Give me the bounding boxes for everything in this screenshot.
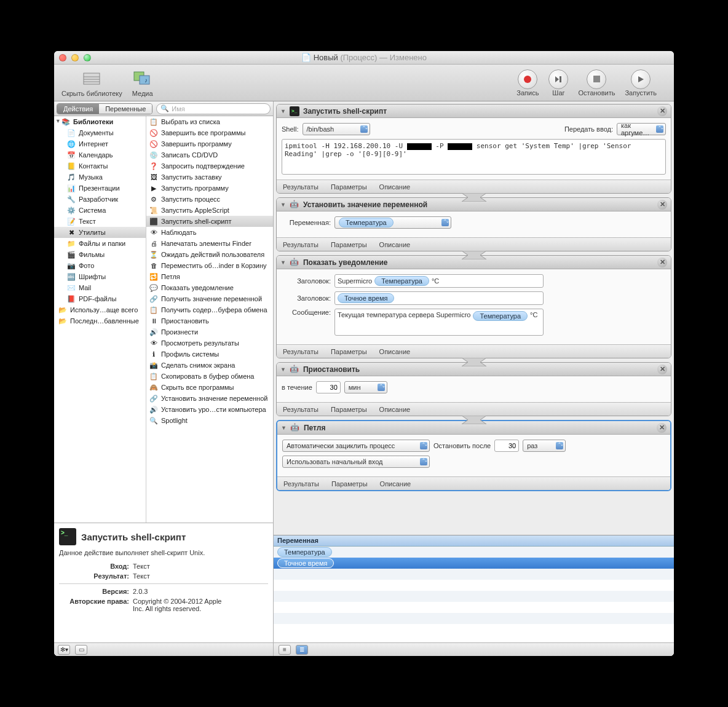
library-item[interactable]: 🔤Шрифты [54,271,146,282]
action-list-item[interactable]: 🔍Spotlight [146,415,273,426]
pause-value-input[interactable] [316,381,341,393]
panels-toggle-button[interactable]: ▭ [75,645,87,655]
disclosure-icon[interactable]: ▼ [280,366,286,373]
footer-results[interactable]: Результаты [283,480,319,488]
action-list-item[interactable]: 🔗Установить значение переменной [146,393,273,404]
action-set-variable[interactable]: ▼ 🤖 Установить значение переменной ✕ Пер… [276,197,671,251]
footer-desc[interactable]: Описание [379,348,411,355]
library-item[interactable]: 📷Фото [54,260,146,271]
library-item[interactable]: 📄Документы [54,127,146,138]
footer-results[interactable]: Результаты [283,241,318,248]
action-list-item[interactable]: 📸Сделать снимок экрана [146,360,273,371]
library-item[interactable]: 📕PDF-файлы [54,293,146,304]
action-list-item[interactable]: 🖨Напечатать элементы Finder [146,238,273,249]
footer-params[interactable]: Параметры [331,348,367,355]
library-item[interactable]: 🎵Музыка [54,172,146,183]
script-textarea[interactable]: ipmitool -H 192.168.200.10 -U -P sensor … [282,139,666,175]
library-item[interactable]: 📒Контакты [54,160,146,172]
action-list-item[interactable]: 👁Просмотреть результаты [146,338,273,349]
action-list-item[interactable]: 💿Записать CD/DVD [146,149,273,160]
action-list-item[interactable]: 🚫Завершить все программы [146,127,273,138]
footer-results[interactable]: Результаты [283,348,318,355]
disclosure-icon[interactable]: ▼ [280,202,286,208]
gear-menu-button[interactable]: ✻▾ [58,645,70,655]
disclosure-icon[interactable]: ▼ [281,425,287,431]
action-list-item[interactable]: ℹПрофиль системы [146,349,273,360]
library-item[interactable]: ✖Утилиты [54,227,146,238]
action-list-item[interactable]: 🙈Скрыть все программы [146,382,273,393]
footer-params[interactable]: Параметры [331,183,367,191]
action-list-item[interactable]: 📋Скопировать в буфер обмена [146,371,273,382]
library-header[interactable]: 📚 Библиотеки [54,116,146,127]
library-item[interactable]: 📊Презентации [54,183,146,194]
action-loop[interactable]: ▼ 🤖 Петля ✕ Автоматически зациклить проц… [276,420,671,491]
action-list-item[interactable]: ⚙Запустить процесс [146,194,273,205]
shell-select[interactable]: /bin/bash [303,123,370,135]
record-button[interactable]: Запись [516,69,539,97]
library-item[interactable]: 🌐Интернет [54,138,146,149]
workflow-canvas[interactable]: ▼ >_ Запустить shell-скрипт ✕ Shell: /bi… [274,101,674,535]
tab-variables[interactable]: Переменные [99,104,152,114]
disclosure-icon[interactable]: ▼ [280,259,286,266]
action-list-item[interactable]: 🖼Запустить заставку [146,172,273,183]
action-list-item[interactable]: 📋Выбрать из списка [146,116,273,127]
footer-desc[interactable]: Описание [379,241,411,248]
stop-unit-select[interactable]: раз [523,440,566,452]
library-item[interactable]: 🎬Фильмы [54,249,146,260]
loop-input-select[interactable]: Использовать начальный вход [282,456,430,468]
actions-list[interactable]: 📋Выбрать из списка🚫Завершить все програм… [146,116,273,523]
media-button[interactable]: ♪ Медиа [132,69,153,97]
action-list-item[interactable]: 🔊Установить уро…сти компьютера [146,404,273,415]
close-window-button[interactable] [59,54,66,61]
action-list-item[interactable]: 👁Наблюдать [146,227,273,238]
footer-params[interactable]: Параметры [331,241,367,248]
library-categories[interactable]: 📚 Библиотеки 📄Документы🌐Интернет📅Календа… [54,116,146,523]
footer-params[interactable]: Параметры [331,480,368,488]
footer-desc[interactable]: Описание [379,183,411,191]
zoom-window-button[interactable] [84,54,91,61]
footer-desc[interactable]: Описание [379,406,411,413]
step-button[interactable]: Шаг [548,69,568,97]
footer-results[interactable]: Результаты [283,406,318,413]
titlebar[interactable]: 📄 Новый (Процесс) — Изменено [54,51,674,65]
pass-input-select[interactable]: как аргуме… [617,123,666,135]
library-item[interactable]: ✉️Mail [54,282,146,293]
variables-header[interactable]: Переменная [274,535,674,547]
stop-after-input[interactable] [494,440,519,452]
search-input[interactable]: 🔍 Имя [156,103,271,114]
library-item[interactable]: ⚙️Система [54,205,146,216]
action-list-item[interactable]: 💬Показать уведомление [146,282,273,293]
action-list-item[interactable]: 🗑Переместить об…inder в Корзину [146,260,273,271]
pause-unit-select[interactable]: мин [344,381,387,393]
loop-mode-select[interactable]: Автоматически зациклить процесс [282,440,430,452]
variable-row[interactable]: Точное время [274,558,674,569]
stop-button[interactable]: Остановить [578,69,615,97]
library-item[interactable]: 🔧Разработчик [54,194,146,205]
action-list-item[interactable]: 📜Запустить AppleScript [146,205,273,216]
footer-results[interactable]: Результаты [283,183,318,191]
action-list-item[interactable]: 🔁Петля [146,271,273,282]
action-list-item[interactable]: ⏸Приостановить [146,315,273,326]
library-item[interactable]: 📁Файлы и папки [54,238,146,249]
action-list-item[interactable]: 🔗Получить значение переменной [146,293,273,304]
title-field[interactable]: Supermicro Температура °C [334,274,544,288]
tab-actions[interactable]: Действия [57,104,99,114]
action-header[interactable]: ▼ >_ Запустить shell-скрипт ✕ [277,105,671,118]
log-view-button[interactable]: ≣ [296,645,308,655]
action-list-item[interactable]: ⬛Запустить shell-скрипт [146,216,273,227]
action-list-item[interactable]: ▶Запустить программу [146,183,273,194]
action-notification[interactable]: ▼ 🤖 Показать уведомление ✕ Заголовок: Su… [276,255,671,358]
action-list-item[interactable]: 📋Получить содер…буфера обмена [146,304,273,315]
disclosure-icon[interactable]: ▼ [280,108,286,114]
smart-folder-item[interactable]: 📂Использу…аще всего [54,304,146,315]
smart-folder-item[interactable]: 📂Последн…бавленные [54,315,146,326]
run-button[interactable]: Запустить [625,69,657,97]
library-item[interactable]: 📅Календарь [54,149,146,160]
minimize-window-button[interactable] [71,54,79,61]
action-list-item[interactable]: ❓Запросить подтверждение [146,160,273,172]
library-item[interactable]: 📝Текст [54,216,146,227]
action-run-shell[interactable]: ▼ >_ Запустить shell-скрипт ✕ Shell: /bi… [276,104,671,194]
action-pause[interactable]: ▼ 🤖 Приостановить ✕ в течение мин Резу [276,362,671,416]
list-view-button[interactable]: ≡ [279,645,291,655]
remove-action-button[interactable]: ✕ [657,106,667,116]
